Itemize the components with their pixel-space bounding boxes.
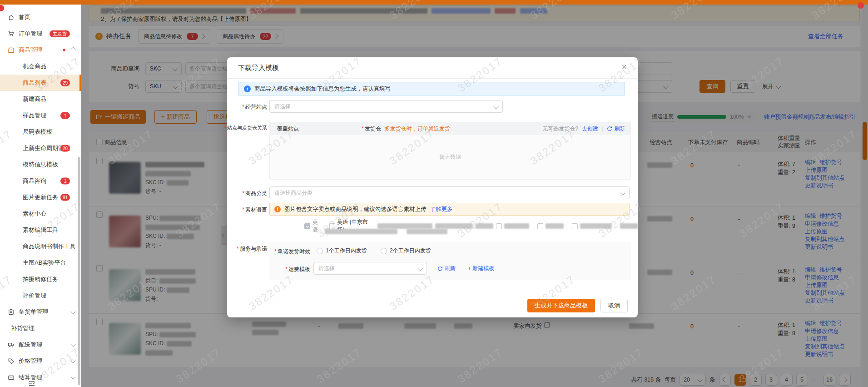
sidebar-item-home[interactable]: 首页: [0, 9, 81, 25]
redacted-option: [377, 223, 433, 229]
service-panel: 承诺发货时效 1个工作日内发货 2个工作日内发货 运费模板 请选择 刷新 + 新…: [269, 242, 631, 280]
refresh-icon: [437, 266, 443, 271]
truck-icon: [7, 341, 15, 348]
chevron-down-icon: [417, 266, 422, 271]
site-warehouse-table: 覆盖站点 发货仓 多发货仓时，订单就近发货 无可选发货仓? 去创建 | 刷新 暂…: [269, 122, 631, 180]
sidebar: 首页 订单管理 去发货 商品管理 机会商品 商品列表 29 新建商品 样品管理: [0, 5, 81, 387]
redacted-lang-option[interactable]: [537, 223, 564, 229]
language-field-label: 素材语言: [242, 206, 267, 214]
warehouse-hint: 多发货仓时，订单就近发货: [385, 125, 450, 133]
app-window: 首页 订单管理 去发货 商品管理 机会商品 商品列表 29 新建商品 样品管理: [0, 0, 868, 387]
checkbox[interactable]: [537, 223, 543, 229]
language-warning-banner: ! 图片包含文字卖点或商品说明，建议勾选多语言素材上传 了解更多: [269, 203, 630, 216]
redacted-lang-option[interactable]: [572, 223, 612, 229]
redacted-option: [435, 223, 473, 229]
generate-download-button[interactable]: 生成并下载商品模板: [527, 299, 595, 312]
chevron-down-icon: [70, 358, 75, 363]
chevron-down-icon: [70, 342, 75, 347]
home-icon: [7, 14, 15, 21]
sidebar-item-samples[interactable]: 样品管理 1: [0, 107, 81, 124]
sidebar-item-settlement[interactable]: 结算管理: [0, 369, 81, 386]
freight-template-select[interactable]: 请选择: [313, 262, 427, 275]
freight-refresh-link[interactable]: 刷新: [437, 265, 456, 272]
info-icon: i: [244, 85, 251, 92]
checkbox[interactable]: [572, 223, 578, 229]
sidebar-item-new-product[interactable]: 新建商品: [0, 91, 81, 107]
chevron-down-icon: [70, 309, 75, 314]
redacted-lang-option[interactable]: [496, 223, 529, 229]
lang-option-en[interactable]: 英语: [304, 218, 321, 234]
language-options-row2: [325, 229, 447, 234]
sidebar-item-photo-task[interactable]: 拍摄精修任务: [0, 271, 81, 287]
close-icon[interactable]: ×: [619, 62, 630, 72]
chevron-down-icon: [493, 104, 498, 109]
sidebar-item-product-list[interactable]: 商品列表 29: [0, 75, 81, 91]
modal-title: 下载导入模板: [238, 64, 279, 72]
modal-info-banner: i 商品导入模板将会按照如下信息为您生成，请认真填写: [238, 82, 625, 95]
create-warehouse-link[interactable]: 去创建: [582, 125, 598, 133]
sidebar-scrollbar[interactable]: [78, 157, 80, 385]
unread-dot: [63, 49, 65, 51]
sidebar-item-material-center[interactable]: 素材中心: [0, 206, 81, 222]
refresh-warehouse-link[interactable]: 刷新: [607, 125, 625, 133]
delivery-option-1[interactable]: 1个工作日内发货: [317, 247, 367, 255]
chevron-up-icon: [70, 47, 75, 52]
radio-button[interactable]: [381, 248, 387, 254]
delivery-option-2[interactable]: 2个工作日内发货: [381, 247, 431, 255]
warning-icon: !: [274, 206, 281, 212]
sidebar-item-opportunity[interactable]: 机会商品: [0, 58, 81, 75]
redacted-option: [407, 229, 447, 234]
checkbox[interactable]: [496, 223, 502, 229]
sidebar-item-orders[interactable]: 订单管理 去发货: [0, 25, 81, 42]
empty-state: 暂无数据: [270, 135, 630, 179]
sidebar-item-ab-test[interactable]: 主图AB实验平台: [0, 255, 81, 271]
category-field-label: 商品分类: [242, 190, 267, 197]
price-tag-icon: [7, 357, 15, 365]
no-warehouse-text: 无可选发货仓?: [542, 125, 578, 133]
sidebar-item-stock-orders[interactable]: 备货单管理: [0, 304, 81, 320]
sidebar-item-replenish[interactable]: 补货管理: [0, 320, 81, 337]
modal-footer: 生成并下载商品模板 取消: [527, 299, 628, 312]
relation-table-header: 覆盖站点 发货仓 多发货仓时，订单就近发货 无可选发货仓? 去创建 | 刷新: [270, 122, 630, 135]
checkbox[interactable]: [329, 223, 335, 229]
site-select[interactable]: 请选择: [269, 100, 503, 113]
sidebar-item-manual-tool[interactable]: 商品说明书制作工具: [0, 238, 81, 255]
download-template-modal: 下载导入模板 × i 商品导入模板将会按照如下信息为您生成，请认真填写 经营站点…: [227, 57, 638, 317]
delivery-time-label: 承诺发货时效: [274, 248, 310, 256]
chevron-down-icon: [620, 190, 625, 195]
learn-more-link[interactable]: 了解更多: [430, 206, 453, 213]
sidebar-item-consult[interactable]: 商品咨询 1: [0, 173, 81, 189]
chevron-down-icon: [70, 374, 75, 379]
notification-dot-right: [858, 2, 864, 9]
modal-header: 下载导入模板 ×: [227, 57, 638, 79]
clipboard-icon: [7, 308, 15, 316]
relation-field-label: 站点与发货仓关系: [224, 125, 267, 131]
sidebar-item-image-update[interactable]: 图片更新任务 81: [0, 189, 81, 206]
sidebar-item-lifecycle[interactable]: 上新生命周期管理 20: [0, 140, 81, 156]
sidebar-item-size-template[interactable]: 尺码表模板: [0, 124, 81, 140]
sidebar-collapse-icon[interactable]: [28, 380, 35, 387]
sidebar-item-model-template[interactable]: 模特信息模板: [0, 156, 81, 173]
new-template-link[interactable]: + 新建模板: [468, 265, 494, 272]
sidebar-item-material-editor[interactable]: 素材编辑工具: [0, 222, 81, 238]
category-select[interactable]: 请选择商品分类: [269, 186, 630, 199]
wallet-icon: [7, 374, 15, 381]
site-field-label: 经营站点: [242, 103, 267, 111]
checkbox-checked[interactable]: [304, 223, 310, 229]
sidebar-item-products[interactable]: 商品管理: [0, 42, 81, 58]
box-icon: [7, 46, 15, 54]
warehouse-col: 发货仓: [362, 125, 381, 133]
covered-site-col: 覆盖站点: [277, 125, 362, 133]
cancel-button[interactable]: 取消: [600, 299, 628, 312]
cart-icon: [7, 30, 15, 37]
refresh-icon: [607, 126, 612, 131]
redacted-option: [620, 223, 638, 229]
sidebar-item-reviews[interactable]: 评价管理: [0, 287, 81, 304]
redacted-option: [325, 229, 397, 234]
service-field-label: 服务与承诺: [237, 245, 267, 253]
redacted-option: [476, 223, 493, 229]
top-bar: [0, 0, 868, 5]
sidebar-item-pricing[interactable]: 价格管理: [0, 353, 81, 369]
radio-button[interactable]: [317, 248, 323, 254]
sidebar-item-delivery[interactable]: 配送管理: [0, 337, 81, 353]
